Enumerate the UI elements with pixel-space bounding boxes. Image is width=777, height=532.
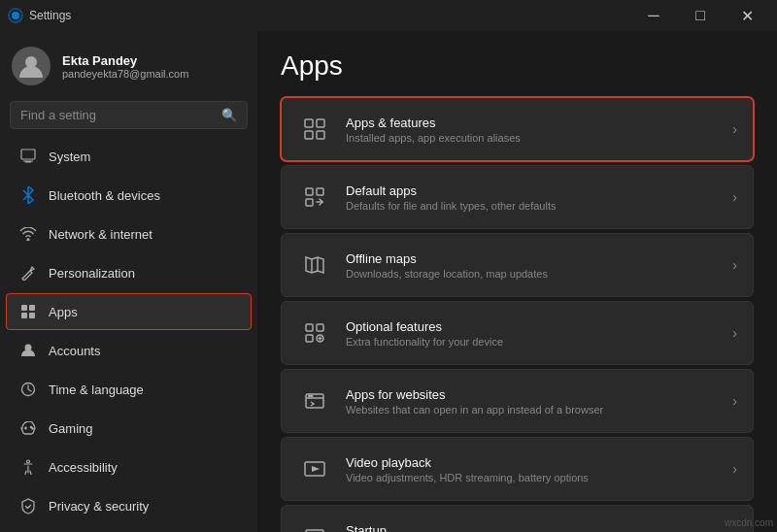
nav-accessibility-label: Accessibility: [49, 460, 118, 475]
minimize-button[interactable]: ─: [631, 0, 676, 31]
apps-websites-icon: [297, 383, 332, 418]
optional-features-icon: [297, 316, 332, 350]
default-apps-item[interactable]: Default apps Defaults for file and link …: [281, 165, 754, 229]
sidebar: Ekta Pandey pandeyekta78@gmail.com 🔍 Sys…: [0, 31, 257, 532]
svg-rect-17: [317, 119, 324, 127]
apps-websites-desc: Websites that can open in an app instead…: [346, 404, 732, 416]
search-box[interactable]: 🔍: [10, 101, 248, 129]
svg-rect-21: [317, 188, 323, 195]
nav-time-label: Time & language: [49, 382, 144, 397]
title-bar-title: Settings: [29, 9, 71, 22]
nav-privacy-label: Privacy & security: [49, 499, 149, 514]
video-playback-item[interactable]: Video playback Video adjustments, HDR st…: [281, 437, 754, 501]
main-container: Ekta Pandey pandeyekta78@gmail.com 🔍 Sys…: [0, 31, 777, 532]
settings-window-icon: [8, 8, 23, 23]
optional-features-title: Optional features: [346, 319, 732, 334]
apps-features-icon: [297, 112, 332, 147]
title-bar: Settings ─ □ ✕: [0, 0, 777, 31]
user-profile[interactable]: Ekta Pandey pandeyekta78@gmail.com: [0, 31, 257, 97]
apps-features-title: Apps & features: [346, 116, 732, 130]
svg-rect-8: [29, 313, 35, 318]
nav-network-label: Network & internet: [49, 227, 152, 242]
title-bar-controls: ─ □ ✕: [631, 0, 769, 31]
apps-features-item[interactable]: Apps & features Installed apps, app exec…: [281, 97, 754, 161]
svg-rect-6: [29, 305, 35, 311]
svg-point-14: [32, 428, 33, 429]
svg-rect-28: [306, 335, 313, 342]
svg-point-34: [311, 395, 312, 396]
nav-apps-label: Apps: [49, 305, 78, 319]
nav-personalization-label: Personalization: [49, 266, 135, 281]
default-apps-desc: Defaults for file and link types, other …: [346, 200, 732, 212]
user-name: Ekta Pandey: [62, 53, 188, 68]
optional-features-desc: Extra functionality for your device: [346, 336, 732, 348]
default-apps-chevron: ›: [732, 189, 737, 205]
bluetooth-icon: [19, 186, 37, 204]
close-button[interactable]: ✕: [725, 0, 769, 31]
default-apps-title: Default apps: [346, 183, 732, 198]
svg-point-4: [27, 239, 29, 241]
nav-gaming-label: Gaming: [49, 421, 93, 436]
default-apps-icon: [297, 180, 332, 215]
page-title: Apps: [281, 50, 754, 82]
video-playback-title: Video playback: [346, 455, 732, 470]
personalization-icon: [19, 264, 37, 282]
title-bar-left: Settings: [8, 8, 71, 23]
nav-gaming[interactable]: Gaming: [6, 410, 252, 447]
nav-bluetooth-label: Bluetooth & devices: [49, 188, 160, 203]
svg-point-15: [27, 460, 30, 463]
apps-websites-text: Apps for websites Websites that can open…: [346, 387, 732, 416]
startup-text: Startup Apps that start automatically wh…: [346, 523, 732, 533]
svg-rect-16: [305, 119, 313, 127]
search-input[interactable]: [20, 108, 214, 122]
svg-rect-18: [305, 131, 313, 139]
video-playback-text: Video playback Video adjustments, HDR st…: [346, 455, 732, 483]
nav-accounts[interactable]: Accounts: [6, 332, 252, 369]
optional-features-item[interactable]: Optional features Extra functionality fo…: [281, 301, 754, 365]
nav-apps[interactable]: Apps: [6, 293, 252, 330]
apps-websites-chevron: ›: [732, 393, 737, 409]
offline-maps-chevron: ›: [732, 257, 737, 273]
watermark: wxcdn.com: [725, 517, 773, 528]
apps-websites-title: Apps for websites: [346, 387, 732, 402]
user-info: Ekta Pandey pandeyekta78@gmail.com: [62, 53, 188, 80]
optional-features-text: Optional features Extra functionality fo…: [346, 319, 732, 348]
nav-time[interactable]: Time & language: [6, 371, 252, 408]
network-icon: [19, 225, 37, 243]
search-icon: 🔍: [221, 108, 237, 122]
nav-personalization[interactable]: Personalization: [6, 254, 252, 291]
maximize-button[interactable]: □: [678, 0, 723, 31]
offline-maps-item[interactable]: Offline maps Downloads, storage location…: [281, 233, 754, 297]
privacy-icon: [19, 497, 37, 515]
startup-item[interactable]: Startup Apps that start automatically wh…: [281, 505, 754, 532]
optional-features-chevron: ›: [732, 325, 737, 341]
video-playback-desc: Video adjustments, HDR streaming, batter…: [346, 472, 732, 483]
nav-accounts-label: Accounts: [49, 344, 100, 358]
apps-websites-item[interactable]: Apps for websites Websites that can open…: [281, 369, 754, 433]
system-icon: [19, 148, 37, 165]
offline-maps-icon: [297, 248, 332, 283]
nav-network[interactable]: Network & internet: [6, 216, 252, 252]
video-playback-chevron: ›: [732, 461, 737, 477]
nav-windows-update[interactable]: Windows Update: [6, 526, 252, 532]
svg-rect-19: [317, 131, 324, 139]
offline-maps-text: Offline maps Downloads, storage location…: [346, 251, 732, 280]
video-playback-icon: [297, 451, 332, 486]
default-apps-text: Default apps Defaults for file and link …: [346, 183, 732, 212]
offline-maps-desc: Downloads, storage location, map updates: [346, 268, 732, 280]
svg-rect-5: [21, 305, 27, 311]
apps-features-desc: Installed apps, app execution aliases: [346, 132, 732, 144]
apps-features-text: Apps & features Installed apps, app exec…: [346, 116, 732, 144]
svg-rect-20: [306, 188, 313, 195]
apps-features-chevron: ›: [732, 121, 737, 137]
nav-bluetooth[interactable]: Bluetooth & devices: [6, 177, 252, 214]
avatar: [12, 47, 51, 85]
svg-rect-26: [306, 324, 313, 331]
nav-privacy[interactable]: Privacy & security: [6, 487, 252, 524]
svg-rect-27: [317, 324, 323, 331]
svg-marker-23: [306, 257, 323, 273]
nav-accessibility[interactable]: Accessibility: [6, 449, 252, 485]
nav-system[interactable]: System: [6, 138, 252, 175]
accessibility-icon: [19, 458, 37, 476]
content-area: Apps Apps & features Installed apps, app…: [257, 31, 777, 532]
